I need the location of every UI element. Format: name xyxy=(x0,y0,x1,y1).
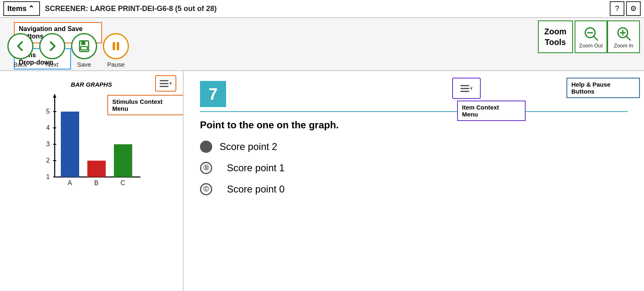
save-button[interactable]: Save xyxy=(71,33,97,68)
top-bar: Items ⌃ SCREENER: LARGE PRINT-DEI-G6-8 (… xyxy=(0,0,644,18)
svg-rect-1 xyxy=(81,41,85,45)
help-pause-annotation-text: Help & PauseButtons xyxy=(571,81,611,95)
help-pause-annotation-box: Help & PauseButtons xyxy=(566,78,640,98)
nav-bar: Navigation and Save Buttons ItemsDrop-do… xyxy=(0,18,644,71)
svg-point-28 xyxy=(202,143,210,151)
items-label: Items xyxy=(7,4,27,13)
svg-line-7 xyxy=(594,36,598,40)
item-header: 7 xyxy=(200,81,628,107)
zoom-tools: Zoom Tools Zoom Out Zoom In xyxy=(538,20,640,53)
bar-b xyxy=(87,161,106,177)
save-label: Save xyxy=(77,61,91,68)
stimulus-annotation-box: Stimulus ContextMenu xyxy=(107,95,184,115)
settings-button[interactable]: ⚙ xyxy=(626,1,641,16)
item-context-menu-button[interactable]: ▾ xyxy=(452,78,481,99)
score-option-2: Score point 2 xyxy=(200,141,628,153)
pause-button[interactable]: Pause xyxy=(103,33,129,68)
zoom-out-label: Zoom Out xyxy=(579,43,603,49)
right-panel: ▾ Item ContextMenu Help & PauseButtons 7… xyxy=(184,71,644,291)
score-option-0-text: Score point 0 xyxy=(227,184,284,195)
score-option-2-text: Score point 2 xyxy=(220,141,277,152)
zoom-label-text: Zoom Tools xyxy=(544,26,566,47)
zoom-in-button[interactable]: Zoom In xyxy=(607,20,640,53)
back-circle xyxy=(7,33,33,59)
main-content: ▾ Stimulus ContextMenu BAR GRAPHS 5 4 xyxy=(0,71,644,291)
bar-c xyxy=(114,144,132,177)
item-annotation-box: Item ContextMenu xyxy=(457,101,526,121)
screener-title: SCREENER: LARGE PRINT-DEI-G6-8 (5 out of… xyxy=(45,4,610,13)
zoom-out-button[interactable]: Zoom Out xyxy=(575,20,607,53)
stimulus-context-menu-button[interactable]: ▾ xyxy=(155,75,176,92)
item-divider xyxy=(200,111,628,112)
svg-text:B: B xyxy=(94,179,99,186)
svg-rect-3 xyxy=(113,42,115,50)
svg-text:5: 5 xyxy=(46,108,50,115)
next-label: Next xyxy=(46,61,59,68)
item-question: Point to the one on the graph. xyxy=(200,119,628,131)
items-chevron: ⌃ xyxy=(28,4,34,13)
score-option-1: Ⓑ Score point 1 xyxy=(200,162,628,174)
svg-line-11 xyxy=(626,36,631,40)
stimulus-context-icon: ▾ xyxy=(160,80,172,87)
item-annotation-text: Item ContextMenu xyxy=(462,104,499,118)
svg-marker-14 xyxy=(53,94,56,98)
bar-a xyxy=(61,112,79,177)
svg-text:2: 2 xyxy=(46,157,50,164)
bar-graph-title: BAR GRAPHS xyxy=(7,81,176,88)
svg-text:1: 1 xyxy=(46,173,50,180)
left-panel: ▾ Stimulus ContextMenu BAR GRAPHS 5 4 xyxy=(0,71,184,291)
help-pause-top-buttons: ? ⚙ xyxy=(610,1,641,16)
help-button[interactable]: ? xyxy=(610,1,624,16)
pause-circle xyxy=(103,33,129,59)
score-radio-1-label: Ⓑ xyxy=(203,164,209,172)
score-radio-1[interactable]: Ⓑ xyxy=(200,162,212,174)
score-radio-0[interactable]: Ⓒ xyxy=(200,183,212,195)
stimulus-annotation-text: Stimulus ContextMenu xyxy=(112,98,162,112)
svg-rect-4 xyxy=(117,42,119,50)
score-radio-0-label: Ⓒ xyxy=(203,186,209,193)
score-option-1-text: Score point 1 xyxy=(227,162,284,174)
back-label: Back xyxy=(13,61,27,68)
zoom-label: Zoom Tools xyxy=(538,20,573,53)
svg-text:A: A xyxy=(68,179,72,186)
svg-text:C: C xyxy=(120,179,125,186)
items-dropdown[interactable]: Items ⌃ xyxy=(3,1,40,16)
item-number: 7 xyxy=(209,85,218,103)
svg-text:4: 4 xyxy=(46,124,50,131)
pause-label: Pause xyxy=(107,61,125,68)
score-radio-2[interactable] xyxy=(200,141,212,153)
score-option-0: Ⓒ Score point 0 xyxy=(200,183,628,195)
next-circle xyxy=(39,33,65,59)
next-button[interactable]: Next xyxy=(39,33,65,68)
zoom-in-label: Zoom In xyxy=(614,43,633,49)
item-number-box: 7 xyxy=(200,81,226,107)
svg-rect-2 xyxy=(81,47,87,50)
back-button[interactable]: Back xyxy=(7,33,33,68)
svg-text:3: 3 xyxy=(46,141,50,148)
save-circle xyxy=(71,33,97,59)
item-context-icon: ▾ xyxy=(460,85,473,92)
